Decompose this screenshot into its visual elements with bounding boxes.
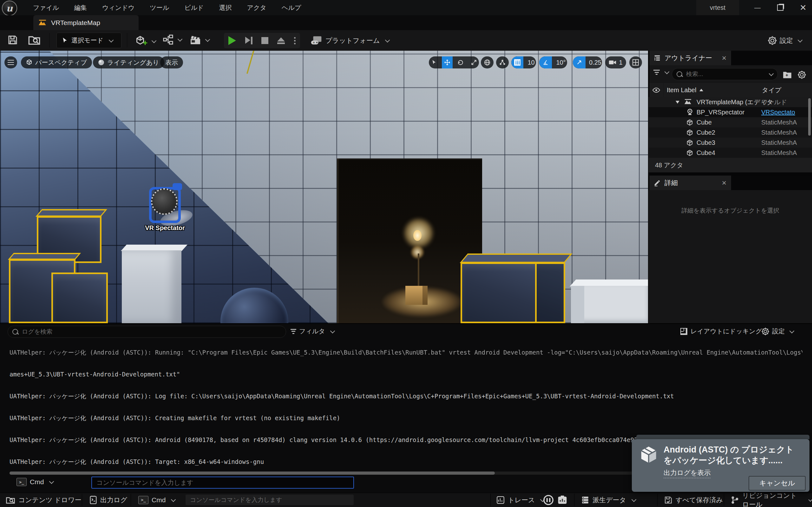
log-scrollbar-thumb[interactable] xyxy=(9,471,495,475)
menu-select[interactable]: 選択 xyxy=(218,3,233,12)
scene-gray-cube[interactable] xyxy=(122,250,182,323)
dock-in-layout-button[interactable]: レイアウトにドッキング xyxy=(680,327,762,336)
maximize-viewport-toggle[interactable] xyxy=(629,56,642,68)
menu-edit[interactable]: 編集 xyxy=(73,3,88,12)
content-drawer-button[interactable]: コンテンツ ドロワー xyxy=(6,493,82,507)
statusbar-divider xyxy=(490,494,491,506)
content-browser-icon[interactable] xyxy=(28,34,41,46)
restore-button[interactable] xyxy=(771,0,789,15)
log-search-input[interactable] xyxy=(21,328,264,336)
editor-mode-dropdown[interactable]: 選択モード xyxy=(56,33,121,48)
add-actor-icon[interactable]: + xyxy=(135,34,156,48)
packaging-toast: Android (ASTC) の プロジェクトをパッケージ化しています.....… xyxy=(632,439,809,492)
close-icon[interactable]: ✕ xyxy=(722,179,727,187)
grid-snap-control[interactable]: 10 xyxy=(511,56,536,68)
cancel-button[interactable]: キャンセル xyxy=(749,476,806,491)
viewport-options-menu[interactable] xyxy=(4,56,17,68)
scene-crate[interactable] xyxy=(405,286,427,305)
trace-dropdown[interactable]: トレース xyxy=(496,493,544,507)
outliner-row-world[interactable]: VRTemplateMap (エディタ ワールド xyxy=(649,97,812,107)
vr-spectator-billboard[interactable]: VR Spectator xyxy=(149,187,181,223)
outliner-search[interactable] xyxy=(672,68,778,80)
staticmesh-icon xyxy=(686,119,693,126)
move-tool-icon[interactable] xyxy=(442,56,452,68)
unreal-logo-icon[interactable]: u xyxy=(2,1,17,16)
visibility-column-header[interactable] xyxy=(649,83,663,97)
console-command-input[interactable] xyxy=(189,496,350,504)
cinematics-icon[interactable] xyxy=(190,34,209,46)
console-command-input[interactable] xyxy=(96,479,350,487)
outliner-row-cube2[interactable]: Cube2 StaticMeshA xyxy=(649,127,812,137)
close-icon[interactable]: ✕ xyxy=(722,55,727,62)
selected-cube-top xyxy=(460,253,572,263)
tab-outliner[interactable]: アウトライナー ✕ xyxy=(649,51,731,65)
menu-actor[interactable]: アクタ xyxy=(246,3,268,12)
output-log-button[interactable]: 出力ログ xyxy=(90,493,127,507)
level-viewport[interactable]: VR Spectator パースペクティブ ライティングあり 表示 xyxy=(0,51,648,323)
menu-file[interactable]: ファイル xyxy=(32,3,60,12)
revision-control-dropdown[interactable]: リビジョンコントロール xyxy=(731,493,812,507)
perspective-dropdown[interactable]: パースペクティブ xyxy=(21,56,92,68)
statusbar-console-input-box[interactable] xyxy=(186,495,354,505)
type-column-header[interactable]: タイプ xyxy=(759,83,812,97)
tab-details[interactable]: 詳細 ✕ xyxy=(649,176,731,190)
skip-icon[interactable] xyxy=(245,37,252,44)
outliner-row-bp-vrspectator[interactable]: BP_VRSpectator VRSpectato xyxy=(649,107,812,117)
menu-help[interactable]: ヘルプ xyxy=(281,3,302,12)
scene-white-cube[interactable] xyxy=(571,286,648,323)
rotation-snap-control[interactable]: 10° xyxy=(539,56,567,68)
mode-label: 選択モード xyxy=(71,36,103,45)
statusbar-divider xyxy=(724,494,724,506)
rotate-tool-icon[interactable] xyxy=(455,56,466,68)
stop-icon[interactable] xyxy=(261,37,268,44)
outliner-settings-icon[interactable] xyxy=(798,70,806,79)
toolbar-settings-dropdown[interactable]: 設定 xyxy=(768,33,802,48)
eject-icon[interactable] xyxy=(277,38,285,44)
menu-window[interactable]: ウィンドウ xyxy=(101,3,136,12)
expand-arrow-icon[interactable] xyxy=(676,101,679,104)
outliner-search-input[interactable] xyxy=(686,70,757,78)
outliner-row-cube[interactable]: Cube StaticMeshA xyxy=(649,117,812,127)
trace-status-icon[interactable] xyxy=(543,493,554,507)
chevron-down-icon xyxy=(171,497,176,502)
outliner-row-cube3[interactable]: Cube3 StaticMeshA xyxy=(649,137,812,148)
save-icon[interactable] xyxy=(7,34,18,46)
minimize-button[interactable]: — xyxy=(749,0,766,15)
log-console-input-box[interactable] xyxy=(91,476,354,489)
blueprints-icon[interactable] xyxy=(163,34,182,45)
more-options-icon[interactable] xyxy=(294,40,296,42)
log-filter-dropdown[interactable]: フィルタ xyxy=(291,327,334,336)
show-output-log-link[interactable]: 出力ログを表示 xyxy=(664,468,711,478)
screenshot-icon[interactable] xyxy=(557,493,567,507)
play-icon[interactable] xyxy=(229,36,236,45)
world-local-toggle[interactable] xyxy=(481,56,494,68)
scene-cube-stack-mid[interactable] xyxy=(51,273,108,323)
panel-divider[interactable] xyxy=(649,172,812,176)
type-link[interactable]: VRSpectato xyxy=(761,109,795,116)
surface-snapping-dropdown[interactable] xyxy=(496,56,509,68)
view-mode-dropdown[interactable]: ライティングあり xyxy=(93,56,164,68)
statusbar-cmd-dropdown[interactable]: >_ Cmd xyxy=(138,493,175,507)
log-settings-dropdown[interactable]: 設定 xyxy=(761,327,794,336)
terminal-icon: >_ xyxy=(138,496,148,504)
item-label-column-header[interactable]: Item Label xyxy=(664,83,762,97)
scale-snap-control[interactable]: 0.25 xyxy=(573,56,602,68)
menu-tools[interactable]: ツール xyxy=(148,3,170,12)
log-search[interactable] xyxy=(8,326,286,338)
outliner-filter-button[interactable] xyxy=(653,70,669,75)
show-dropdown[interactable]: 表示 xyxy=(160,56,183,68)
close-icon[interactable]: ✕ xyxy=(794,0,812,15)
select-tool-icon[interactable] xyxy=(429,56,439,68)
outliner-row-cube4[interactable]: Cube4 StaticMeshA xyxy=(649,148,812,158)
tab-vrtemplatemap[interactable]: VRTemplateMap xyxy=(33,15,139,30)
menu-build[interactable]: ビルド xyxy=(183,3,205,12)
svg-text:+: + xyxy=(313,41,315,44)
camera-speed-control[interactable]: 1 xyxy=(605,56,626,68)
derived-data-dropdown[interactable]: 派生データ xyxy=(581,493,636,507)
add-content-icon[interactable]: + xyxy=(783,70,792,78)
scene-cube-selected[interactable] xyxy=(461,262,565,323)
platforms-dropdown[interactable]: + プラットフォーム xyxy=(310,33,389,48)
log-cmd-dropdown[interactable]: >_ Cmd xyxy=(16,478,53,486)
outliner-scrollbar[interactable] xyxy=(808,98,811,135)
save-status[interactable]: すべて保存済み xyxy=(664,493,723,507)
